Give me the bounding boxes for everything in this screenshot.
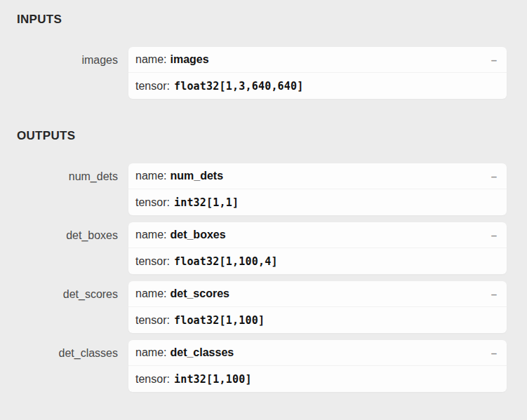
outputs-section: OUTPUTS num_dets name: num_dets – tensor… xyxy=(0,106,527,392)
tensor-type-value: float32[1,100,4] xyxy=(174,255,278,268)
argument-card: name: det_scores – tensor: float32[1,100… xyxy=(128,281,507,333)
name-prefix-label: name: xyxy=(135,287,166,300)
name-prefix-label: name: xyxy=(135,53,166,66)
model-properties-panel: INPUTS images name: images – tensor: flo… xyxy=(0,0,527,420)
argument-label: det_scores xyxy=(0,281,128,307)
argument-tensor-row: tensor: int32[1,1] xyxy=(128,189,507,215)
collapse-toggle-button[interactable]: – xyxy=(490,346,498,360)
output-item-num-dets: num_dets name: num_dets – tensor: int32[… xyxy=(0,163,527,215)
argument-label: num_dets xyxy=(0,163,128,189)
argument-name-value: det_classes xyxy=(170,346,234,359)
argument-name-value: det_scores xyxy=(170,287,229,300)
argument-tensor-row: tensor: int32[1,100] xyxy=(128,366,507,392)
argument-card: name: num_dets – tensor: int32[1,1] xyxy=(128,163,507,215)
tensor-prefix-label: tensor: xyxy=(135,80,170,93)
argument-name-value: num_dets xyxy=(170,170,223,182)
output-item-det-boxes: det_boxes name: det_boxes – tensor: floa… xyxy=(0,222,527,274)
inputs-section: INPUTS images name: images – tensor: flo… xyxy=(0,0,527,99)
name-prefix-label: name: xyxy=(135,170,166,182)
tensor-type-value: float32[1,3,640,640] xyxy=(174,80,304,93)
output-item-det-classes: det_classes name: det_classes – tensor: … xyxy=(0,340,527,392)
argument-name-row: name: det_classes – xyxy=(128,340,507,366)
input-item-images: images name: images – tensor: float32[1,… xyxy=(0,47,527,99)
argument-name-row: name: images – xyxy=(128,47,507,73)
argument-label: det_boxes xyxy=(0,222,128,248)
collapse-toggle-button[interactable]: – xyxy=(490,287,498,301)
argument-card: name: images – tensor: float32[1,3,640,6… xyxy=(128,47,507,99)
tensor-prefix-label: tensor: xyxy=(135,314,170,327)
argument-tensor-row: tensor: float32[1,3,640,640] xyxy=(128,73,507,99)
outputs-section-title: OUTPUTS xyxy=(17,106,527,142)
inputs-section-title: INPUTS xyxy=(17,0,527,26)
argument-name-row: name: num_dets – xyxy=(128,163,507,189)
tensor-prefix-label: tensor: xyxy=(135,255,170,268)
tensor-type-value: float32[1,100] xyxy=(174,314,265,327)
tensor-type-value: int32[1,1] xyxy=(174,196,239,209)
tensor-prefix-label: tensor: xyxy=(135,196,170,209)
argument-tensor-row: tensor: float32[1,100] xyxy=(128,307,507,333)
argument-label: images xyxy=(0,47,128,73)
argument-name-row: name: det_boxes – xyxy=(128,222,507,248)
argument-card: name: det_boxes – tensor: float32[1,100,… xyxy=(128,222,507,274)
argument-name-value: det_boxes xyxy=(170,229,225,241)
argument-card: name: det_classes – tensor: int32[1,100] xyxy=(128,340,507,392)
name-prefix-label: name: xyxy=(135,346,166,359)
collapse-toggle-button[interactable]: – xyxy=(490,53,498,67)
argument-tensor-row: tensor: float32[1,100,4] xyxy=(128,248,507,274)
argument-name-value: images xyxy=(170,53,208,66)
tensor-type-value: int32[1,100] xyxy=(174,373,252,386)
argument-label: det_classes xyxy=(0,340,128,366)
name-prefix-label: name: xyxy=(135,229,166,241)
argument-name-row: name: det_scores – xyxy=(128,281,507,307)
collapse-toggle-button[interactable]: – xyxy=(490,170,498,183)
collapse-toggle-button[interactable]: – xyxy=(490,229,498,242)
output-item-det-scores: det_scores name: det_scores – tensor: fl… xyxy=(0,281,527,333)
tensor-prefix-label: tensor: xyxy=(135,373,170,386)
